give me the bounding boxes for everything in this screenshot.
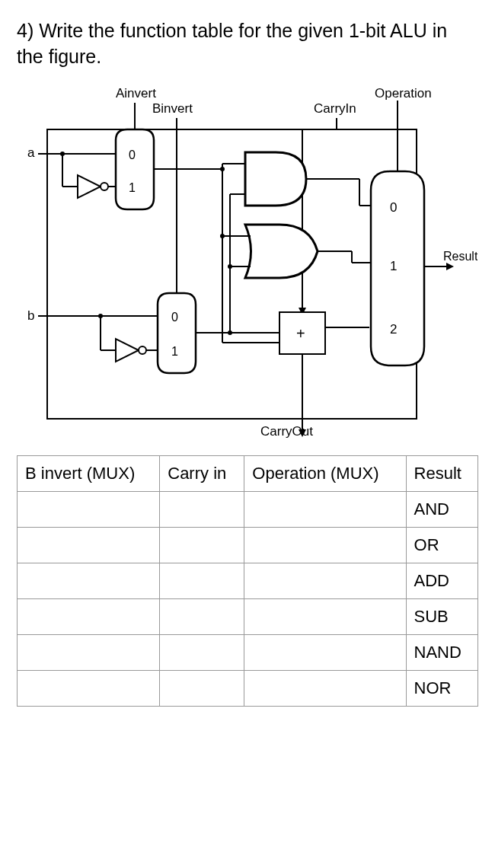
table-row: SUB <box>18 598 478 634</box>
svg-text:2: 2 <box>390 322 397 337</box>
svg-text:+: + <box>296 325 305 342</box>
svg-rect-0 <box>47 129 417 419</box>
adder: + <box>279 312 325 354</box>
not-gate-b <box>116 339 139 362</box>
svg-point-15 <box>101 183 108 190</box>
header-carryin: Carry in <box>160 455 244 491</box>
svg-point-25 <box>139 346 146 354</box>
operation-mux: 0 1 2 <box>371 171 424 365</box>
and-gate <box>245 152 306 206</box>
svg-marker-59 <box>446 263 454 270</box>
svg-text:0: 0 <box>171 311 178 324</box>
svg-text:0: 0 <box>129 148 136 161</box>
mux-b: 0 1 <box>158 293 196 373</box>
header-result: Result <box>406 455 477 491</box>
not-gate-a <box>78 175 101 198</box>
table-row: AND <box>18 491 478 527</box>
svg-text:1: 1 <box>129 181 136 194</box>
label-operation: Operation <box>375 86 432 101</box>
label-carryin: CarryIn <box>314 101 356 116</box>
function-table: B invert (MUX) Carry in Operation (MUX) … <box>17 455 478 707</box>
alu-diagram: Ainvert Binvert CarryIn Operation a 0 1 <box>17 84 477 442</box>
mux-a: 0 1 <box>116 129 154 209</box>
table-row: OR <box>18 527 478 563</box>
table-row: ADD <box>18 563 478 598</box>
label-a: a <box>27 145 35 160</box>
svg-point-50 <box>220 234 225 238</box>
table-row: NAND <box>18 634 478 670</box>
label-carryout: CarryOut <box>260 424 313 439</box>
svg-text:0: 0 <box>390 200 397 215</box>
label-result: Result <box>443 250 477 263</box>
label-b: b <box>27 308 34 323</box>
svg-point-41 <box>228 264 232 269</box>
or-gate <box>245 225 318 278</box>
svg-text:1: 1 <box>171 345 178 358</box>
question-text: 4) Write the function table for the give… <box>17 18 478 70</box>
label-binvert: Binvert <box>152 101 193 116</box>
label-ainvert: Ainvert <box>116 86 156 101</box>
header-binvert: B invert (MUX) <box>18 455 160 491</box>
svg-text:1: 1 <box>390 259 397 273</box>
header-operation: Operation (MUX) <box>244 455 406 491</box>
table-row: NOR <box>18 670 478 706</box>
